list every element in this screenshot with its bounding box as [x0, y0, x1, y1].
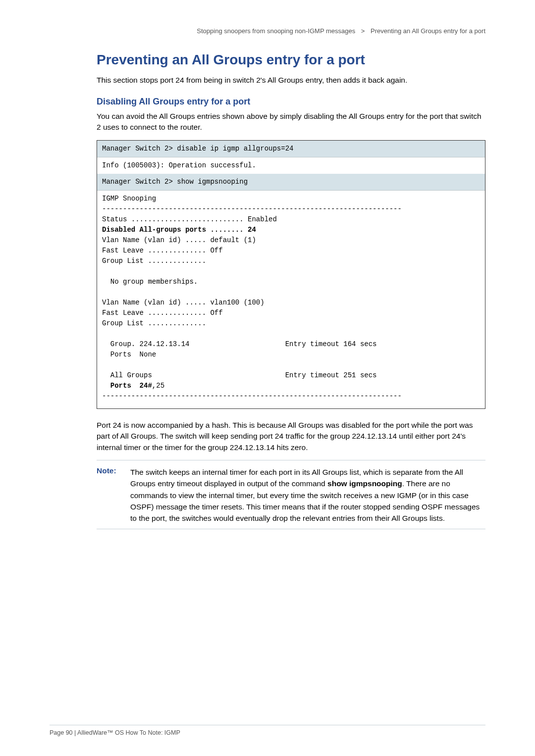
intro-paragraph: This section stops port 24 from being in… — [97, 75, 485, 86]
terminal-block: Manager Switch 2> disable ip igmp allgro… — [97, 140, 485, 409]
output-b: Vlan Name (vlan id) ..... default (1) Fa… — [102, 236, 377, 379]
output-block: IGMP Snooping --------------------------… — [97, 191, 485, 408]
output-bold-line: Disabled All-groups ports ........ 24 — [102, 226, 256, 234]
note-block: Note: The switch keeps an internal timer… — [97, 466, 485, 524]
footer-rule — [50, 725, 485, 725]
command-line-1: Manager Switch 2> disable ip igmp allgro… — [97, 141, 485, 157]
output-1: Info (1005003): Operation successful. — [97, 157, 485, 174]
explanation-paragraph: Port 24 is now accompanied by a hash. Th… — [97, 420, 485, 453]
command-line-2: Manager Switch 2> show igmpsnooping — [97, 174, 485, 191]
page-footer: Page 90 | AlliedWare™ OS How To Note: IG… — [50, 725, 485, 736]
output-c: ----------------------------------------… — [102, 392, 402, 400]
note-rule-bottom — [97, 529, 485, 529]
header-left: Stopping snoopers from snooping non-IGMP… — [197, 27, 355, 35]
output-ports-bold: Ports 24# — [102, 382, 152, 390]
running-header: Stopping snoopers from snooping non-IGMP… — [97, 27, 485, 35]
note-label: Note: — [97, 466, 130, 524]
note-body: The switch keeps an internal timer for e… — [130, 466, 485, 524]
section-heading: Disabling All Groups entry for a port — [97, 97, 485, 107]
header-separator: > — [361, 27, 365, 35]
page-title: Preventing an All Groups entry for a por… — [97, 52, 485, 68]
output-ports-rest: ,25 — [152, 382, 164, 390]
note-command: show igmpsnooping — [327, 479, 402, 488]
footer-text: Page 90 | AlliedWare™ OS How To Note: IG… — [50, 729, 485, 736]
section-paragraph: You can avoid the All Groups entries sho… — [97, 111, 485, 133]
note-rule-top — [97, 460, 485, 460]
header-right: Preventing an All Groups entry for a por… — [371, 27, 485, 35]
output-a: IGMP Snooping --------------------------… — [102, 195, 402, 223]
